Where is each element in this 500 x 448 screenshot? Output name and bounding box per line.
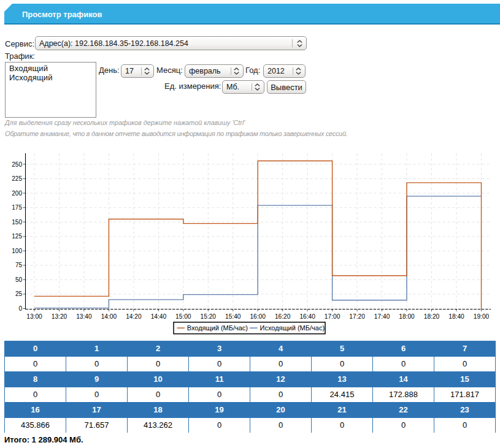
svg-text:16:40: 16:40 bbox=[299, 313, 315, 320]
svg-text:25: 25 bbox=[15, 290, 23, 297]
svg-text:18:40: 18:40 bbox=[448, 313, 464, 320]
svg-text:150: 150 bbox=[12, 219, 22, 226]
svg-text:17:20: 17:20 bbox=[349, 313, 365, 320]
svg-text:14:00: 14:00 bbox=[101, 313, 117, 320]
svg-text:175: 175 bbox=[12, 204, 22, 211]
svg-text:13:00: 13:00 bbox=[26, 313, 42, 320]
svg-text:15:00: 15:00 bbox=[175, 313, 191, 320]
svg-text:13:40: 13:40 bbox=[76, 313, 92, 320]
svg-text:15:40: 15:40 bbox=[225, 313, 241, 320]
svg-text:0: 0 bbox=[18, 305, 22, 312]
svg-text:50: 50 bbox=[15, 276, 23, 283]
svg-text:225: 225 bbox=[12, 175, 22, 182]
svg-text:200: 200 bbox=[12, 190, 22, 197]
svg-text:100: 100 bbox=[12, 248, 22, 254]
svg-text:75: 75 bbox=[15, 262, 23, 268]
svg-text:19:00: 19:00 bbox=[474, 313, 490, 320]
svg-text:15:20: 15:20 bbox=[201, 313, 217, 320]
svg-text:14:40: 14:40 bbox=[151, 313, 167, 320]
svg-text:250: 250 bbox=[12, 161, 22, 168]
svg-text:Входящий (МБ/час): Входящий (МБ/час) bbox=[187, 324, 248, 332]
svg-text:14:20: 14:20 bbox=[126, 313, 142, 320]
svg-text:125: 125 bbox=[12, 233, 22, 240]
svg-text:17:40: 17:40 bbox=[374, 313, 390, 320]
svg-text:16:20: 16:20 bbox=[275, 313, 291, 320]
svg-text:18:00: 18:00 bbox=[399, 313, 415, 320]
svg-text:Исходящий (МБ/час): Исходящий (МБ/час) bbox=[260, 324, 325, 332]
svg-text:17:00: 17:00 bbox=[325, 313, 340, 320]
svg-text:18:20: 18:20 bbox=[424, 313, 440, 320]
svg-text:13:20: 13:20 bbox=[52, 313, 67, 320]
svg-text:16:00: 16:00 bbox=[250, 313, 266, 320]
